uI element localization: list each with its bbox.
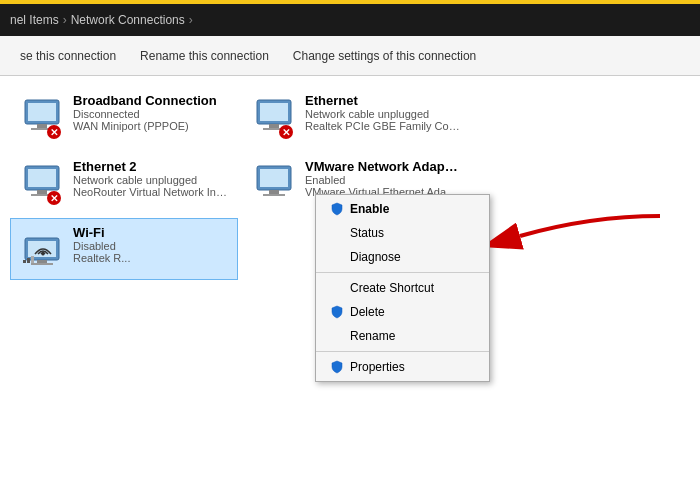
error-badge-ethernet2: ✕	[47, 191, 61, 205]
broadband-name: Broadband Connection	[73, 93, 229, 108]
svg-rect-9	[28, 169, 56, 187]
error-badge-broadband: ✕	[47, 125, 61, 139]
svg-rect-6	[269, 124, 279, 128]
svg-rect-15	[263, 194, 285, 196]
ctx-create-shortcut[interactable]: Create Shortcut	[316, 276, 489, 300]
error-badge-ethernet: ✕	[279, 125, 293, 139]
shield-props-icon	[330, 360, 344, 374]
ctx-sep2	[316, 351, 489, 352]
vmware-info: VMware Network Adapter VMnet8 Enabled VM…	[305, 159, 461, 198]
ethernet2-adapter: NeoRouter Virtual Network Interf...	[73, 186, 229, 198]
ctx-enable[interactable]: Enable	[316, 197, 489, 221]
connection-broadband[interactable]: ✕ Broadband Connection Disconnected WAN …	[10, 86, 238, 148]
wifi-adapter: Realtek R...	[73, 252, 229, 264]
wifi-status: Disabled	[73, 240, 229, 252]
ethernet2-icon: ✕	[19, 159, 67, 207]
shield-enable-icon	[330, 202, 344, 216]
svg-rect-10	[37, 190, 47, 194]
ethernet-info: Ethernet Network cable unplugged Realtek…	[305, 93, 461, 132]
ethernet2-name: Ethernet 2	[73, 159, 229, 174]
vmware-icon	[251, 159, 299, 207]
toolbar-btn-disable[interactable]: se this connection	[8, 43, 128, 69]
broadband-icon: ✕	[19, 93, 67, 141]
vmware-name: VMware Network Adapter VMnet8	[305, 159, 461, 174]
ctx-properties[interactable]: Properties	[316, 355, 489, 379]
context-menu: Enable Status Diagnose Create Shortcut D…	[315, 194, 490, 382]
ethernet-adapter: Realtek PCIe GBE Family Controller	[305, 120, 461, 132]
red-arrow-overlay	[490, 206, 670, 269]
connection-wifi[interactable]: Wi-Fi Disabled Realtek R...	[10, 218, 238, 280]
wifi-icon-container	[19, 225, 67, 273]
ethernet-name: Ethernet	[305, 93, 461, 108]
svg-rect-21	[23, 260, 26, 263]
toolbar-btn-rename[interactable]: Rename this connection	[128, 43, 281, 69]
svg-rect-5	[260, 103, 288, 121]
broadband-info: Broadband Connection Disconnected WAN Mi…	[73, 93, 229, 132]
svg-rect-2	[37, 124, 47, 128]
svg-rect-14	[269, 190, 279, 194]
wifi-info: Wi-Fi Disabled Realtek R...	[73, 225, 229, 264]
svg-rect-22	[27, 258, 30, 263]
ctx-rename[interactable]: Rename	[316, 324, 489, 348]
breadcrumb: nel Items › Network Connections ›	[10, 13, 193, 27]
breadcrumb-part1: nel Items	[10, 13, 59, 27]
svg-point-18	[42, 253, 45, 256]
ctx-delete[interactable]: Delete	[316, 300, 489, 324]
svg-rect-1	[28, 103, 56, 121]
connection-ethernet2[interactable]: ✕ Ethernet 2 Network cable unplugged Neo…	[10, 152, 238, 214]
svg-rect-13	[260, 169, 288, 187]
main-content: ✕ Broadband Connection Disconnected WAN …	[0, 76, 700, 500]
svg-rect-20	[31, 263, 53, 265]
breadcrumb-sep1: ›	[63, 13, 67, 27]
ctx-status[interactable]: Status	[316, 221, 489, 245]
breadcrumb-network-connections: Network Connections	[71, 13, 185, 27]
title-bar: nel Items › Network Connections ›	[0, 4, 700, 36]
wifi-name: Wi-Fi	[73, 225, 229, 240]
ctx-diagnose[interactable]: Diagnose	[316, 245, 489, 269]
ethernet-icon: ✕	[251, 93, 299, 141]
ethernet2-status: Network cable unplugged	[73, 174, 229, 186]
toolbar-btn-settings[interactable]: Change settings of this connection	[281, 43, 488, 69]
broadband-adapter: WAN Miniport (PPPOE)	[73, 120, 229, 132]
ethernet-status: Network cable unplugged	[305, 108, 461, 120]
svg-rect-23	[31, 256, 34, 263]
connection-ethernet[interactable]: ✕ Ethernet Network cable unplugged Realt…	[242, 86, 470, 148]
toolbar: se this connection Rename this connectio…	[0, 36, 700, 76]
shield-delete-icon	[330, 305, 344, 319]
ethernet2-info: Ethernet 2 Network cable unplugged NeoRo…	[73, 159, 229, 198]
broadband-status: Disconnected	[73, 108, 229, 120]
svg-rect-19	[37, 260, 47, 263]
breadcrumb-sep2: ›	[189, 13, 193, 27]
vmware-status: Enabled	[305, 174, 461, 186]
ctx-sep1	[316, 272, 489, 273]
